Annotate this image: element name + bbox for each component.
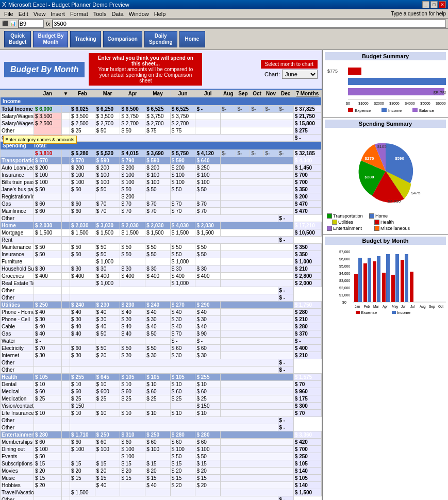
spending-total-jul[interactable]: $ 4,120 xyxy=(195,150,221,157)
salary-wages-2-jun[interactable]: $ 2,700 xyxy=(170,120,195,127)
income-other-2-label: Other Enter category names & amounts xyxy=(1,135,34,142)
transportation-jul[interactable]: $ 640 xyxy=(195,157,221,164)
chart-label: Chart: xyxy=(264,71,280,77)
spending-total-may[interactable]: $ 3,690 xyxy=(145,150,171,157)
spending-summary-chart: $590 $280 $475 $270 $105 $4,030 xyxy=(339,130,432,212)
menu-bar: File Edit View Insert Format Tools Data … xyxy=(0,9,448,19)
maximize-button[interactable]: □ xyxy=(430,1,438,8)
ent-other-1-label: Other xyxy=(1,496,34,501)
right-panel: Budget Summary $775 $5,750 $0 $1000 $200… xyxy=(322,50,448,500)
spending-total-feb[interactable]: $ 5,280 xyxy=(70,150,95,157)
pie-legend: Transportation Home Utilities Health Ent… xyxy=(325,212,446,232)
comparison-button[interactable]: Comparison xyxy=(103,31,142,47)
salary-wages-2-label: Salary/Wages xyxy=(1,120,34,127)
minimize-button[interactable]: _ xyxy=(422,1,429,8)
transportation-mar[interactable]: $ 590 xyxy=(95,157,120,164)
col-apr: Apr xyxy=(120,90,145,97)
tracking-button[interactable]: Tracking xyxy=(70,31,101,47)
spending-total-mar[interactable]: $ 5,520 xyxy=(95,150,120,157)
help-box[interactable]: Type a question for help xyxy=(391,11,446,16)
budget-summary-title: Budget Summary xyxy=(325,52,446,60)
home-other-2-label: Other xyxy=(1,294,34,302)
menu-file[interactable]: File xyxy=(2,10,15,18)
svg-rect-3 xyxy=(348,88,444,95)
total-income-feb[interactable]: $ 6,025 xyxy=(70,106,95,113)
total-income-jun[interactable]: $ 6,525 xyxy=(170,106,195,113)
col-jan-dd[interactable]: ▼ xyxy=(61,90,70,97)
income-other-1-jan[interactable] xyxy=(34,127,61,135)
budget-by-month-button[interactable]: Budget ByMonth xyxy=(33,31,68,47)
travel-vacation-label: Travel/Vacation xyxy=(1,489,34,496)
total-income-jan[interactable]: $ 6,000 xyxy=(34,106,61,113)
auto-loan-jan[interactable]: $ 200 xyxy=(34,164,61,172)
svg-text:$1,000: $1,000 xyxy=(339,293,351,297)
salary-wages-1-feb[interactable]: $ 3,500 xyxy=(70,113,95,120)
transportation-feb[interactable]: $ 570 xyxy=(70,157,95,164)
transportation-may[interactable]: $ 590 xyxy=(145,157,171,164)
salary-wages-1-jan[interactable]: $ 3,500 xyxy=(34,113,61,120)
income-other-1-may[interactable]: $ 75 xyxy=(145,127,171,135)
transportation-total: $ 4,340 xyxy=(293,157,321,164)
col-nov: Nov xyxy=(264,90,278,97)
transportation-jan[interactable]: $ 570 xyxy=(34,157,61,164)
spending-total-jun[interactable]: $ 5,750 xyxy=(170,150,195,157)
home-jan[interactable]: $ 2,030 xyxy=(34,222,61,229)
close-button[interactable]: ✕ xyxy=(439,1,446,8)
menu-data[interactable]: Data xyxy=(109,10,125,18)
app-icon: X xyxy=(2,1,6,8)
total-income-oct: $- xyxy=(250,106,264,113)
spending-total-sep: $- xyxy=(236,150,250,157)
name-box[interactable] xyxy=(18,20,44,28)
salary-wages-1-jun[interactable]: $ 3,750 xyxy=(170,113,195,120)
salary-wages-1-mar[interactable]: $ 3,500 xyxy=(95,113,120,120)
util-other-2-label: Other xyxy=(1,366,34,374)
salary-wages-1-may[interactable]: $ 3,750 xyxy=(145,113,171,120)
spending-total-jan[interactable]: $ 3,810 xyxy=(34,150,61,157)
furniture-label: Furniture xyxy=(1,258,34,265)
svg-rect-45 xyxy=(405,254,408,302)
chart-month-dropdown[interactable]: June January February March xyxy=(282,70,318,79)
income-other-1-feb[interactable]: $ 25 xyxy=(70,127,95,135)
home-header: Home xyxy=(1,222,34,229)
income-other-1-jun[interactable]: $ 75 xyxy=(170,127,195,135)
menu-help[interactable]: Help xyxy=(152,10,168,18)
menu-view[interactable]: View xyxy=(31,10,48,18)
select-month-button[interactable]: Select month to chart xyxy=(261,60,318,69)
salary-wages-2-may[interactable]: $ 2,700 xyxy=(145,120,171,127)
salary-wages-2-mar[interactable]: $ 2,700 xyxy=(95,120,120,127)
svg-rect-13 xyxy=(348,108,353,112)
salary-wages-2-apr[interactable]: $ 2,700 xyxy=(120,120,145,127)
salary-wages-2-jan[interactable]: $ 2,500 xyxy=(34,120,61,127)
total-income-may[interactable]: $ 6,525 xyxy=(145,106,171,113)
transportation-jun[interactable]: $ 590 xyxy=(170,157,195,164)
spending-total-apr[interactable]: $ 4,015 xyxy=(120,150,145,157)
col-jun: Jun xyxy=(170,90,195,97)
total-income-mar[interactable]: $ 6,250 xyxy=(95,106,120,113)
salary-wages-2-feb[interactable]: $ 2,500 xyxy=(70,120,95,127)
svg-text:$105: $105 xyxy=(377,144,386,149)
svg-text:$6000: $6000 xyxy=(436,102,446,105)
svg-rect-36 xyxy=(363,263,367,302)
daily-spending-button[interactable]: DailySpending xyxy=(144,31,177,47)
home-button[interactable]: Home xyxy=(179,31,205,47)
title-bar: X Microsoft Excel - Budget Planner Demo … xyxy=(0,0,448,9)
quick-budget-button[interactable]: QuickBudget xyxy=(4,31,31,47)
total-income-7mo: $ 37,825 xyxy=(293,106,321,113)
menu-tools[interactable]: Tools xyxy=(91,10,109,18)
menu-format[interactable]: Format xyxy=(68,10,90,18)
svg-rect-57 xyxy=(356,311,360,314)
svg-text:$7,000: $7,000 xyxy=(339,250,351,254)
transportation-header: Transportation xyxy=(1,157,34,164)
menu-insert[interactable]: Insert xyxy=(48,10,67,18)
menu-window[interactable]: Window xyxy=(127,10,151,18)
transportation-apr[interactable]: $ 790 xyxy=(120,157,145,164)
home-insurance-label: Insurance xyxy=(1,251,34,258)
menu-edit[interactable]: Edit xyxy=(16,10,30,18)
salary-wages-1-apr[interactable]: $ 3,750 xyxy=(120,113,145,120)
select-month-section: Select month to chart Chart: June Januar… xyxy=(261,60,318,79)
income-other-1-mar[interactable]: $ 50 xyxy=(95,127,120,135)
total-income-apr[interactable]: $ 6,500 xyxy=(120,106,145,113)
total-income-jul[interactable]: $ - xyxy=(195,106,221,113)
formula-input[interactable] xyxy=(52,20,446,28)
income-other-1-apr[interactable]: $ 50 xyxy=(120,127,145,135)
